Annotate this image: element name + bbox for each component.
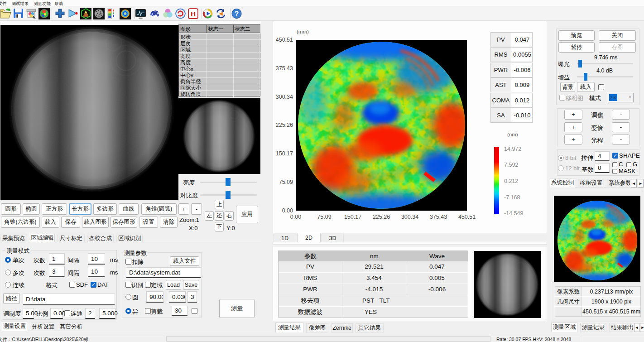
svg-text:H: H — [190, 10, 196, 18]
svg-text:?: ? — [235, 10, 239, 18]
